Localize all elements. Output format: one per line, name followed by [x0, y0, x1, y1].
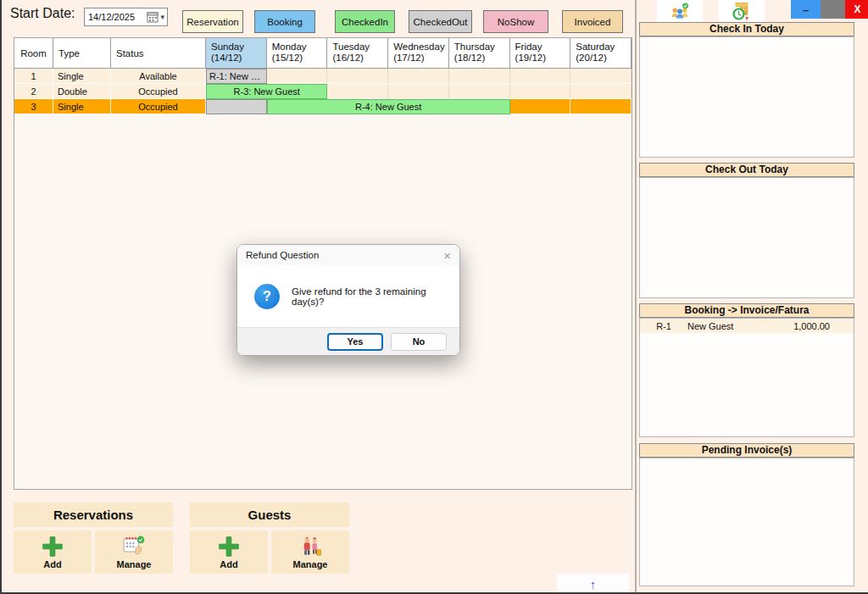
day-cell[interactable] — [510, 99, 571, 114]
plus-icon — [40, 535, 65, 558]
booking-bar[interactable]: R-1: New G... — [206, 69, 267, 84]
room-type: Single — [53, 99, 111, 114]
dialog-title-bar: Refund Question × — [237, 245, 459, 265]
add-guest-label: Add — [220, 559, 237, 569]
booking-bar[interactable] — [206, 99, 267, 114]
grid-header-row: Room Type Status Sunday(14/12)Monday(15/… — [14, 38, 632, 69]
column-header-type: Type — [53, 38, 111, 68]
dialog-button-bar: Yes No — [237, 327, 459, 355]
booking-bar[interactable]: R-4: New Guest — [267, 99, 510, 114]
column-header-room: Room — [14, 38, 53, 68]
legend-button-noshow[interactable]: NoShow — [483, 10, 548, 33]
manage-guests-label: Manage — [293, 559, 328, 569]
manage-guests-button[interactable]: Manage — [271, 530, 349, 574]
question-icon: ? — [254, 284, 280, 309]
guests-overview-button[interactable] — [657, 0, 703, 23]
legend-button-checkedout[interactable]: CheckedOut — [409, 10, 472, 33]
room-status: Available — [111, 69, 206, 83]
dialog-message: Give refund for the 3 remaining day(s)? — [292, 286, 446, 307]
day-headers: Sunday(14/12)Monday(15/12)Tuesday(16/12)… — [206, 38, 632, 68]
day-cell[interactable] — [510, 84, 571, 98]
legend-button-checkedin[interactable]: CheckedIn — [335, 10, 395, 33]
scroll-up-button[interactable]: ↑ — [557, 574, 629, 594]
day-cell[interactable] — [570, 99, 632, 114]
start-date-label: Start Date: — [10, 6, 75, 21]
no-button[interactable]: No — [391, 333, 447, 351]
table-row[interactable]: 1 Single Available R-1: New G... — [14, 69, 632, 84]
booking-invoice-header: Booking -> Invoice/Fatura — [639, 303, 854, 318]
dialog-title: Refund Question — [246, 250, 443, 260]
day-cells: R-4: New Guest — [206, 99, 632, 114]
reservations-section-header: Reservations — [14, 502, 173, 527]
invoice-cell: R-1 — [640, 321, 687, 331]
day-cell[interactable] — [267, 69, 328, 83]
room-number: 1 — [14, 69, 53, 83]
day-cells: R-3: New Guest — [206, 84, 632, 98]
room-number: 2 — [14, 84, 53, 98]
day-column-header: Saturday(20/12) — [570, 38, 632, 68]
travelers-icon — [298, 535, 322, 558]
invoice-row[interactable]: R-1New Guest1,000.00 — [640, 319, 854, 333]
check-out-today-list[interactable] — [639, 177, 854, 298]
status-legend-buttons: ReservationBookingCheckedInCheckedOutNoS… — [182, 10, 623, 33]
day-cell[interactable] — [449, 84, 510, 98]
manage-reservations-button[interactable]: Manage — [95, 530, 173, 574]
date-dropdown-caret[interactable]: ▾ — [160, 13, 164, 21]
table-row[interactable]: 3 Single Occupied R-4: New Guest — [14, 99, 632, 114]
day-cell[interactable] — [327, 69, 388, 83]
schedule-clock-icon — [732, 2, 752, 22]
room-status: Occupied — [111, 84, 206, 98]
up-arrow-icon: ↑ — [590, 577, 597, 591]
plus-icon — [216, 535, 242, 558]
booking-bar[interactable]: R-3: New Guest — [206, 84, 327, 99]
refund-dialog: Refund Question × ? Give refund for the … — [236, 244, 460, 356]
check-out-today-header: Check Out Today — [639, 163, 854, 177]
day-cell[interactable] — [510, 69, 571, 83]
start-date-input[interactable]: 14/12/2025 ▾ — [84, 8, 168, 26]
maximize-button[interactable] — [821, 0, 845, 19]
legend-button-invoiced[interactable]: Invoiced — [562, 10, 623, 33]
day-column-header: Tuesday(16/12) — [327, 38, 388, 68]
legend-button-reservation[interactable]: Reservation — [182, 10, 243, 33]
day-column-header: Sunday(14/12) — [206, 38, 267, 68]
room-type: Double — [53, 84, 111, 98]
day-cell[interactable] — [570, 69, 632, 83]
invoice-cell: New Guest — [687, 321, 781, 331]
day-cell[interactable] — [570, 84, 632, 98]
people-check-icon — [670, 2, 690, 22]
invoice-cell: 1,000.00 — [781, 321, 854, 331]
day-cell[interactable] — [388, 84, 449, 98]
calendar-icon — [147, 12, 159, 23]
room-number: 3 — [14, 99, 53, 114]
start-date-value[interactable]: 14/12/2025 — [85, 12, 147, 22]
check-in-today-header: Check In Today — [639, 22, 854, 36]
day-cell[interactable] — [388, 69, 449, 83]
minimize-button[interactable]: – — [791, 0, 821, 19]
add-reservation-button[interactable]: Add — [14, 530, 92, 574]
day-cell[interactable] — [327, 84, 388, 98]
schedule-button[interactable] — [719, 0, 765, 23]
day-cell[interactable] — [449, 69, 510, 83]
day-column-header: Thursday(18/12) — [449, 38, 510, 68]
day-column-header: Monday(15/12) — [267, 38, 328, 68]
dialog-close-icon[interactable]: × — [443, 249, 451, 262]
add-guest-button[interactable]: Add — [190, 530, 268, 574]
manage-calendar-icon — [122, 535, 146, 558]
day-column-header: Friday(19/12) — [510, 38, 571, 68]
pending-invoices-header: Pending Invoice(s) — [639, 443, 854, 458]
day-cells: R-1: New G... — [206, 69, 632, 83]
panel-splitter[interactable] — [635, 0, 637, 594]
pending-invoices-list[interactable] — [639, 458, 854, 586]
check-in-today-list[interactable] — [639, 36, 854, 158]
yes-button[interactable]: Yes — [327, 333, 383, 351]
room-type: Single — [53, 69, 111, 83]
invoice-list[interactable]: R-1New Guest1,000.00 — [639, 318, 854, 437]
table-row[interactable]: 2 Double Occupied R-3: New Guest — [14, 84, 632, 99]
day-column-header: Wednesday(17/12) — [388, 38, 449, 68]
close-button[interactable]: X — [845, 0, 868, 19]
legend-button-booking[interactable]: Booking — [254, 10, 315, 33]
dialog-body: ? Give refund for the 3 remaining day(s)… — [237, 265, 459, 327]
guests-section-header: Guests — [190, 502, 349, 527]
add-reservation-label: Add — [43, 559, 61, 569]
column-header-status: Status — [111, 38, 206, 68]
